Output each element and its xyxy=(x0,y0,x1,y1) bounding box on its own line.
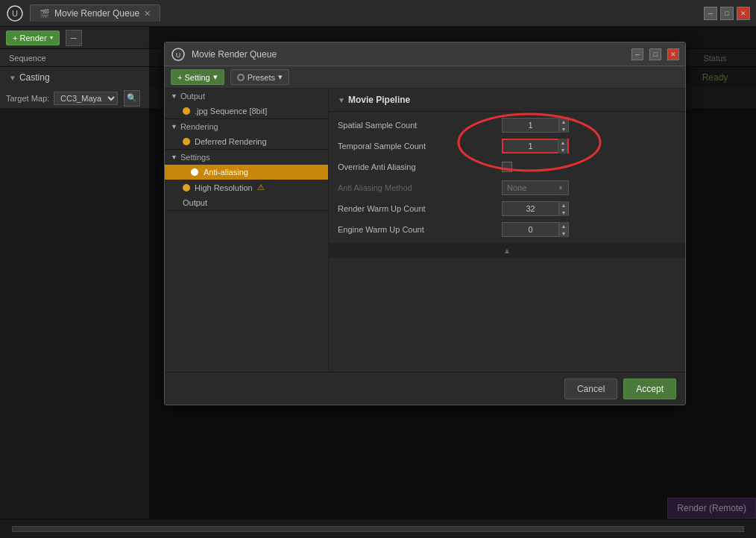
tab-icon: 🎬 xyxy=(40,9,50,19)
scroll-arrow-icon: ▲ xyxy=(503,247,511,255)
tab-label: Movie Render Queue xyxy=(54,8,139,19)
spatial-sample-count-down[interactable]: ▼ xyxy=(559,125,568,133)
anti-aliasing-method-row: Anti Aliasing Method None ▼ xyxy=(329,177,685,198)
presets-label: Presets xyxy=(248,73,275,82)
target-map-select[interactable]: CC3_Maya xyxy=(54,92,118,105)
temporal-sample-count-down[interactable]: ▼ xyxy=(558,146,567,154)
casting-label: Casting xyxy=(19,72,50,83)
high-res-dot-icon xyxy=(183,184,190,192)
temporal-sample-count-up[interactable]: ▲ xyxy=(558,139,567,146)
anti-aliasing-method-option: None xyxy=(507,183,526,192)
output-collapse-arrow-icon: ▼ xyxy=(171,92,177,100)
override-anti-aliasing-label: Override Anti Aliasing xyxy=(338,162,502,171)
left-panel: ▼ Output .jpg Sequence [8bit] ▼ Renderin… xyxy=(165,89,329,372)
search-button[interactable]: 🔍 xyxy=(124,90,140,107)
render-warm-up-count-value: 32 ▲ ▼ xyxy=(502,201,676,216)
dialog-maximize-button[interactable]: □ xyxy=(649,48,661,60)
rendering-section-header[interactable]: ▼ Rendering xyxy=(165,119,328,134)
anti-aliasing-method-select[interactable]: None ▼ xyxy=(502,180,569,195)
high-resolution-label: High Resolution xyxy=(195,183,253,192)
settings-dialog: U Movie Render Queue ─ □ ✕ + Setting ▾ P… xyxy=(164,42,686,405)
cancel-button[interactable]: Cancel xyxy=(564,379,617,399)
override-anti-aliasing-row: Override Anti Aliasing xyxy=(329,156,685,177)
render-warm-up-count-up[interactable]: ▲ xyxy=(559,201,568,209)
scroll-indicator[interactable]: ▲ xyxy=(329,243,685,258)
render-warm-up-count-label: Render Warm Up Count xyxy=(338,204,502,213)
top-window-bar: U 🎬 Movie Render Queue ✕ ─ □ ✕ xyxy=(0,0,756,27)
target-map-label: Target Map: xyxy=(6,94,49,103)
accept-button[interactable]: Accept xyxy=(623,379,676,399)
anti-aliasing-toggle[interactable] xyxy=(183,168,199,177)
temporal-sample-count-arrows: ▲ ▼ xyxy=(558,139,567,154)
render-warm-up-count-row: Render Warm Up Count 32 ▲ ▼ xyxy=(329,198,685,219)
dialog-title: Movie Render Queue xyxy=(192,49,626,60)
anti-aliasing-method-value: None ▼ xyxy=(502,180,676,195)
minimize-button[interactable]: ─ xyxy=(704,7,717,20)
render-dropdown-arrow: ▾ xyxy=(50,34,53,41)
add-setting-button[interactable]: + Setting ▾ xyxy=(171,69,224,85)
deferred-rendering-dot-icon xyxy=(183,138,190,145)
anti-aliasing-item[interactable]: Anti-aliasing xyxy=(165,165,328,180)
render-warm-up-count-down[interactable]: ▼ xyxy=(559,209,568,216)
jpg-sequence-label: .jpg Sequence [8bit] xyxy=(195,107,267,115)
dialog-overlay: U Movie Render Queue ─ □ ✕ + Setting ▾ P… xyxy=(149,27,756,519)
output-section-header[interactable]: ▼ Output xyxy=(165,89,328,104)
engine-warm-up-count-row: Engine Warm Up Count 0 ▲ ▼ xyxy=(329,219,685,240)
temporal-sample-count-value: 1 ▲ ▼ xyxy=(502,139,676,154)
panel-collapse-arrow-icon: ▼ xyxy=(338,96,345,104)
spatial-sample-count-arrows: ▲ ▼ xyxy=(558,118,568,133)
dialog-footer: Cancel Accept xyxy=(165,372,685,405)
presets-button[interactable]: Presets ▾ xyxy=(230,69,289,85)
maximize-button[interactable]: □ xyxy=(720,7,734,20)
rendering-collapse-arrow-icon: ▼ xyxy=(171,123,177,130)
rendering-section-label: Rendering xyxy=(180,122,218,131)
jpg-sequence-item[interactable]: .jpg Sequence [8bit] xyxy=(165,104,328,118)
close-button[interactable]: ✕ xyxy=(737,7,750,20)
temporal-sample-count-input[interactable]: 1 ▲ ▼ xyxy=(502,139,569,154)
anti-aliasing-method-label: Anti Aliasing Method xyxy=(338,183,502,192)
right-panel-header: ▼ Movie Pipeline xyxy=(329,89,685,112)
spatial-sample-count-input[interactable]: 1 ▲ ▼ xyxy=(502,118,569,133)
temporal-sample-count-number: 1 xyxy=(503,142,558,151)
override-anti-aliasing-checkbox[interactable] xyxy=(502,162,512,172)
tab-close-button[interactable]: ✕ xyxy=(144,9,151,19)
spatial-sample-count-row: Spatial Sample Count 1 ▲ ▼ xyxy=(329,115,685,136)
settings-table: Spatial Sample Count 1 ▲ ▼ xyxy=(329,112,685,243)
dialog-minimize-button[interactable]: ─ xyxy=(631,48,643,60)
dialog-close-button[interactable]: ✕ xyxy=(667,48,679,60)
engine-warm-up-count-label: Engine Warm Up Count xyxy=(338,225,502,234)
casting-cell: ▼ Casting xyxy=(0,67,149,88)
movie-render-queue-tab[interactable]: 🎬 Movie Render Queue ✕ xyxy=(30,4,160,22)
spatial-sample-count-up[interactable]: ▲ xyxy=(559,118,568,125)
right-panel-title: Movie Pipeline xyxy=(348,95,410,105)
settings-section-header[interactable]: ▼ Settings xyxy=(165,150,328,165)
output-section-label: Output xyxy=(180,92,205,101)
engine-warm-up-count-input[interactable]: 0 ▲ ▼ xyxy=(502,222,569,237)
override-anti-aliasing-value xyxy=(502,162,676,172)
deferred-rendering-item[interactable]: Deferred Rendering xyxy=(165,134,328,149)
render-warm-up-count-input[interactable]: 32 ▲ ▼ xyxy=(502,201,569,216)
window-controls: ─ □ ✕ xyxy=(704,7,750,20)
minus-button[interactable]: ─ xyxy=(66,30,82,46)
engine-warm-up-count-up[interactable]: ▲ xyxy=(559,222,568,230)
presets-dropdown-arrow: ▾ xyxy=(278,72,283,82)
spatial-sample-count-value: 1 ▲ ▼ xyxy=(502,118,676,133)
engine-warm-up-count-number: 0 xyxy=(503,225,558,234)
anti-aliasing-label: Anti-aliasing xyxy=(204,168,248,177)
setting-label: + Setting xyxy=(177,73,210,82)
dialog-logo-icon: U xyxy=(171,47,186,62)
output-label: Output xyxy=(183,198,207,207)
output-item[interactable]: Output xyxy=(165,195,328,210)
deferred-rendering-label: Deferred Rendering xyxy=(195,137,267,146)
settings-collapse-arrow-icon: ▼ xyxy=(171,154,177,161)
high-resolution-item[interactable]: High Resolution ⚠ xyxy=(165,180,328,195)
right-panel: ▼ Movie Pipeline Spatial Sample Count 1 … xyxy=(329,89,685,372)
svg-text:U: U xyxy=(176,51,181,59)
render-label: + Render xyxy=(13,34,47,42)
casting-arrow-icon: ▼ xyxy=(9,74,16,82)
setting-dropdown-arrow: ▾ xyxy=(213,72,218,82)
spatial-sample-count-label: Spatial Sample Count xyxy=(338,121,502,130)
engine-warm-up-count-down[interactable]: ▼ xyxy=(559,230,568,237)
render-button[interactable]: + Render ▾ xyxy=(6,31,60,45)
presets-circle-icon xyxy=(237,74,245,81)
